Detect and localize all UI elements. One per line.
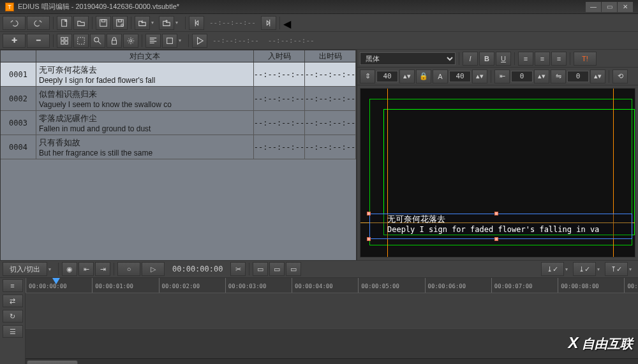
duration-timecode: --:--:--:-- xyxy=(264,36,318,45)
text-style-button[interactable]: T! xyxy=(574,52,597,66)
table-body[interactable]: 0001无可奈何花落去Deeply I sign for faded flowe… xyxy=(0,62,357,260)
align-left-button[interactable] xyxy=(145,34,161,48)
track-loop-icon[interactable]: ↻ xyxy=(3,310,23,323)
view-3-button[interactable]: ▭ xyxy=(286,262,301,276)
table-row[interactable]: 0004只有香如故But her fragrance is still the … xyxy=(1,135,356,159)
grid-button[interactable] xyxy=(57,34,72,48)
kerning-left[interactable]: 0 xyxy=(511,71,533,82)
kerning-step-l[interactable]: ▴▾ xyxy=(534,69,549,84)
preview-line-2[interactable]: Deeply I sign for faded flower's falling… xyxy=(387,225,599,234)
underline-button[interactable]: U xyxy=(496,52,511,66)
prev-button[interactable]: ⇤ xyxy=(78,262,94,276)
align-center-button[interactable]: ≡ xyxy=(535,52,550,66)
tick-label: 00:00:01:00 xyxy=(95,283,133,289)
row-out-tc[interactable]: --:--:--:-- xyxy=(305,62,356,86)
h-scrollbar[interactable] xyxy=(26,358,638,364)
height-step[interactable]: ▴▾ xyxy=(399,69,415,84)
width-step[interactable]: ▴▾ xyxy=(472,69,487,84)
row-text[interactable]: 只有香如故But her fragrance is still the same xyxy=(36,135,254,159)
new-button[interactable] xyxy=(57,16,72,30)
timeline-tools: ≡ ⇄ ↻ ☰ xyxy=(0,278,26,364)
col-in: 入时码 xyxy=(254,50,305,62)
row-in-tc[interactable]: --:--:--:-- xyxy=(254,111,305,135)
row-number: 0004 xyxy=(1,135,36,159)
undo-button[interactable] xyxy=(3,16,26,30)
open-button[interactable] xyxy=(73,16,89,30)
italic-button[interactable]: I xyxy=(463,52,478,66)
table-row[interactable]: 0003零落成泥碾作尘Fallen in mud and ground to d… xyxy=(1,111,356,135)
save-as-button[interactable] xyxy=(112,16,128,30)
add-row-button[interactable]: ✚ xyxy=(3,34,26,48)
mark-in-button[interactable] xyxy=(189,16,204,30)
next-button[interactable]: ⇥ xyxy=(95,262,110,276)
track-snap-icon[interactable]: ⇄ xyxy=(3,295,23,307)
split-button[interactable]: ✂ xyxy=(230,262,246,276)
row-out-tc[interactable]: --:--:--:-- xyxy=(305,87,356,110)
scrollbar-thumb[interactable] xyxy=(27,360,78,364)
mirror-icon[interactable]: ⇋ xyxy=(551,69,566,84)
track-area[interactable] xyxy=(26,293,638,358)
font-height[interactable]: 40 xyxy=(376,71,398,82)
apply-1-button[interactable]: ⤓✓ xyxy=(541,262,564,276)
color-button[interactable] xyxy=(162,34,177,48)
handle-bl[interactable] xyxy=(367,237,371,241)
handle-tm[interactable] xyxy=(494,212,498,215)
track-1-icon[interactable]: ≡ xyxy=(3,279,23,292)
jump-start-button[interactable]: ◉ xyxy=(62,262,77,276)
handle-bm[interactable] xyxy=(494,237,498,241)
record-button[interactable]: ○ xyxy=(117,262,140,276)
view-2-button[interactable]: ▭ xyxy=(269,262,285,276)
cut-mode-dropdown[interactable]: ▾ xyxy=(48,266,55,272)
svg-rect-10 xyxy=(78,37,85,44)
handle-tl[interactable] xyxy=(367,212,371,215)
table-row[interactable]: 0002似曾相识燕归来Vaguely I seem to know the sw… xyxy=(1,87,356,111)
save-button[interactable] xyxy=(96,16,111,30)
refresh-button[interactable]: ⟲ xyxy=(612,69,628,84)
redo-button[interactable] xyxy=(27,16,50,30)
lock-aspect-icon[interactable]: 🔒 xyxy=(416,69,431,84)
row-text[interactable]: 似曾相识燕归来Vaguely I seem to know the swallo… xyxy=(36,87,254,110)
row-out-tc[interactable]: --:--:--:-- xyxy=(305,135,356,159)
import-dropdown[interactable]: ▾ xyxy=(151,20,158,25)
apply-3-button[interactable]: ⤒✓ xyxy=(605,262,628,276)
font-width[interactable]: 40 xyxy=(449,71,471,82)
play-transport-button[interactable]: ▷ xyxy=(142,262,165,276)
time-ruler[interactable]: 00:00:00:0000:00:01:0000:00:02:0000:00:0… xyxy=(26,278,638,293)
row-text[interactable]: 零落成泥碾作尘Fallen in mud and ground to dust xyxy=(36,111,254,135)
table-row[interactable]: 0001无可奈何花落去Deeply I sign for faded flowe… xyxy=(1,62,356,87)
row-in-tc[interactable]: --:--:--:-- xyxy=(254,62,305,86)
kerning-step-r[interactable]: ▴▾ xyxy=(590,69,605,84)
color-dropdown[interactable]: ▾ xyxy=(179,38,185,43)
view-1-button[interactable]: ▭ xyxy=(253,262,268,276)
track-layers-icon[interactable]: ☰ xyxy=(3,325,23,338)
mark-out-button[interactable] xyxy=(261,16,276,30)
bold-button[interactable]: B xyxy=(479,52,494,66)
maximize-button[interactable]: ▭ xyxy=(602,2,617,12)
export-button[interactable] xyxy=(159,16,174,30)
row-out-tc[interactable]: --:--:--:-- xyxy=(305,111,356,135)
apply-2-button[interactable]: ⤓✓ xyxy=(573,262,596,276)
row-in-tc[interactable]: --:--:--:-- xyxy=(254,87,305,110)
align-right-button[interactable]: ≡ xyxy=(551,52,567,66)
row-text[interactable]: 无可奈何花落去Deeply I sign for faded flower's … xyxy=(36,62,254,86)
play-button[interactable] xyxy=(192,34,207,48)
collapse-arrow-icon[interactable]: ◀ xyxy=(283,18,287,28)
row-in-tc[interactable]: --:--:--:-- xyxy=(254,135,305,159)
kerning-right[interactable]: 0 xyxy=(567,71,589,82)
preview-canvas[interactable]: 无可奈何花落去 Deeply I sign for faded flower's… xyxy=(360,88,635,258)
import-button[interactable] xyxy=(135,16,150,30)
font-select[interactable]: 黑体 xyxy=(360,52,456,65)
remove-row-button[interactable]: ━ xyxy=(27,34,50,48)
lock-button[interactable] xyxy=(107,34,122,48)
timeline: ≡ ⇄ ↻ ☰ 00:00:00:0000:00:01:0000:00:02:0… xyxy=(0,278,638,364)
settings-button[interactable] xyxy=(123,34,138,48)
close-button[interactable]: ✕ xyxy=(618,2,633,12)
zoom-button[interactable] xyxy=(90,34,105,48)
select-all-button[interactable] xyxy=(73,34,89,48)
export-dropdown[interactable]: ▾ xyxy=(175,20,182,25)
minimize-button[interactable]: — xyxy=(586,2,601,12)
track-row[interactable] xyxy=(26,293,638,329)
align-left-button[interactable]: ≡ xyxy=(518,52,533,66)
cut-mode-button[interactable]: 切入/切出 xyxy=(3,262,47,276)
preview-line-1[interactable]: 无可奈何花落去 xyxy=(387,214,445,225)
